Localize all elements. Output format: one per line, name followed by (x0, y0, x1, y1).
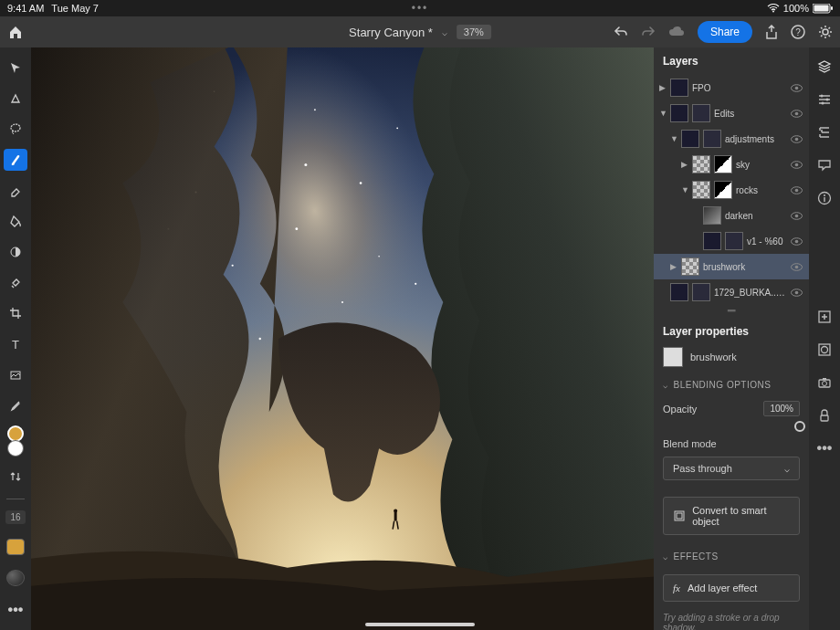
svg-point-46 (795, 214, 799, 217)
layer-row[interactable]: ▶FPO (654, 75, 809, 100)
svg-point-40 (795, 137, 799, 141)
redo-icon[interactable] (641, 26, 656, 38)
brush-preview[interactable] (6, 570, 25, 586)
eraser-tool-icon[interactable] (4, 180, 27, 202)
layer-row[interactable]: ▼Edits (654, 100, 809, 126)
multitask-dots-icon[interactable]: ••• (412, 2, 429, 15)
disclosure-icon[interactable]: ▶ (681, 160, 688, 169)
zoom-badge[interactable]: 37% (457, 25, 491, 39)
visibility-eye-icon[interactable] (791, 110, 803, 118)
disclosure-icon[interactable]: ▶ (659, 83, 667, 92)
layer-mask-thumb (703, 130, 721, 148)
info-icon[interactable] (816, 190, 833, 206)
more-icon[interactable]: ••• (4, 599, 27, 621)
visibility-eye-icon[interactable] (791, 237, 803, 246)
home-icon[interactable] (7, 24, 24, 40)
layer-row[interactable]: v1 - %60 (654, 228, 809, 254)
layer-row[interactable]: ▼adjustments (654, 126, 809, 152)
lasso-tool-icon[interactable] (4, 118, 27, 140)
home-indicator[interactable] (365, 623, 475, 626)
layer-thumb (670, 79, 688, 97)
svg-point-26 (259, 338, 261, 340)
healing-tool-icon[interactable] (4, 272, 27, 294)
svg-rect-62 (819, 344, 830, 355)
chevron-down-icon: ⌵ (663, 552, 668, 562)
lock-icon[interactable] (816, 407, 833, 424)
gear-icon[interactable] (818, 25, 833, 39)
svg-rect-2 (814, 5, 829, 11)
visibility-eye-icon[interactable] (791, 186, 803, 194)
disclosure-icon[interactable]: ▼ (659, 109, 667, 118)
svg-point-23 (295, 227, 298, 230)
layer-label: sky (736, 160, 787, 170)
disclosure-icon[interactable]: ▼ (681, 185, 688, 194)
visibility-eye-icon[interactable] (791, 212, 803, 220)
more-icon[interactable]: ••• (816, 440, 833, 457)
mask-icon[interactable] (816, 341, 833, 358)
visibility-eye-icon[interactable] (791, 263, 803, 271)
fill-tool-icon[interactable] (4, 210, 27, 232)
move-tool-icon[interactable] (4, 57, 27, 79)
convert-smart-object-button[interactable]: Convert to smart object (663, 497, 800, 535)
swap-arrows-icon[interactable] (4, 466, 27, 488)
disclosure-icon[interactable]: ▶ (670, 262, 677, 271)
cloud-icon[interactable] (668, 26, 685, 38)
background-color-swatch[interactable] (7, 440, 24, 457)
brush-size-value[interactable]: 16 (5, 510, 26, 524)
layer-row[interactable]: ▼rocks (654, 177, 809, 203)
camera-icon[interactable] (816, 374, 833, 391)
place-tool-icon[interactable] (4, 364, 27, 386)
add-layer-icon[interactable] (816, 309, 833, 325)
layer-row[interactable]: darken (654, 203, 809, 228)
svg-point-22 (232, 265, 234, 267)
layers-panel-title: Layers (654, 47, 809, 75)
svg-point-42 (795, 163, 799, 166)
comments-icon[interactable] (816, 157, 833, 173)
svg-text:T: T (12, 338, 19, 351)
layers-icon[interactable] (816, 58, 833, 75)
slider-thumb[interactable] (794, 421, 805, 432)
help-icon[interactable]: ? (791, 25, 805, 39)
share-button[interactable]: Share (698, 21, 752, 43)
effects-hint: Try adding a stroke or a drop shadow. (654, 609, 809, 630)
svg-rect-60 (824, 197, 824, 202)
layer-row[interactable]: ▶brushwork (654, 254, 809, 279)
effects-header[interactable]: ⌵ EFFECTS (654, 542, 809, 567)
properties-icon[interactable] (816, 91, 833, 108)
adjustments-icon[interactable] (816, 124, 833, 141)
svg-point-36 (795, 86, 799, 89)
color-swatches[interactable] (7, 425, 24, 457)
crop-tool-icon[interactable] (4, 302, 27, 324)
svg-point-19 (396, 127, 398, 129)
chevron-down-icon[interactable]: ⌵ (442, 27, 447, 37)
svg-rect-34 (394, 512, 397, 521)
transform-tool-icon[interactable] (4, 88, 27, 110)
panel-grip[interactable]: ━ (654, 305, 809, 316)
opacity-value[interactable]: 100% (763, 401, 800, 416)
undo-icon[interactable] (614, 26, 628, 38)
color-chip[interactable] (6, 539, 25, 555)
layer-label: adjustments (725, 134, 787, 144)
visibility-eye-icon[interactable] (791, 84, 803, 92)
svg-rect-3 (831, 6, 833, 10)
title-bar: Starry Canyon * ⌵ 37% Share ? (0, 16, 840, 47)
brush-tool-icon[interactable] (4, 149, 27, 171)
document-title[interactable]: Starry Canyon * (349, 26, 433, 39)
visibility-eye-icon[interactable] (791, 161, 803, 169)
canvas[interactable] (31, 47, 654, 630)
svg-rect-54 (677, 513, 682, 519)
gradient-tool-icon[interactable] (4, 241, 27, 263)
blend-mode-select[interactable]: Pass through ⌵ (663, 457, 800, 480)
blending-options-header[interactable]: ⌵ BLENDING OPTIONS (654, 371, 809, 395)
eyedropper-tool-icon[interactable] (4, 394, 27, 416)
disclosure-icon[interactable]: ▼ (670, 134, 677, 143)
layer-row[interactable]: ▶sky (654, 152, 809, 177)
layer-row[interactable]: 1729_BURKA...anced-NR33 (654, 279, 809, 305)
export-icon[interactable] (765, 25, 778, 39)
visibility-eye-icon[interactable] (791, 135, 803, 143)
add-layer-effect-button[interactable]: fx Add layer effect (663, 574, 800, 602)
svg-point-31 (415, 283, 416, 285)
type-tool-icon[interactable]: T (4, 333, 27, 355)
visibility-eye-icon[interactable] (791, 289, 803, 297)
svg-rect-66 (823, 378, 826, 380)
